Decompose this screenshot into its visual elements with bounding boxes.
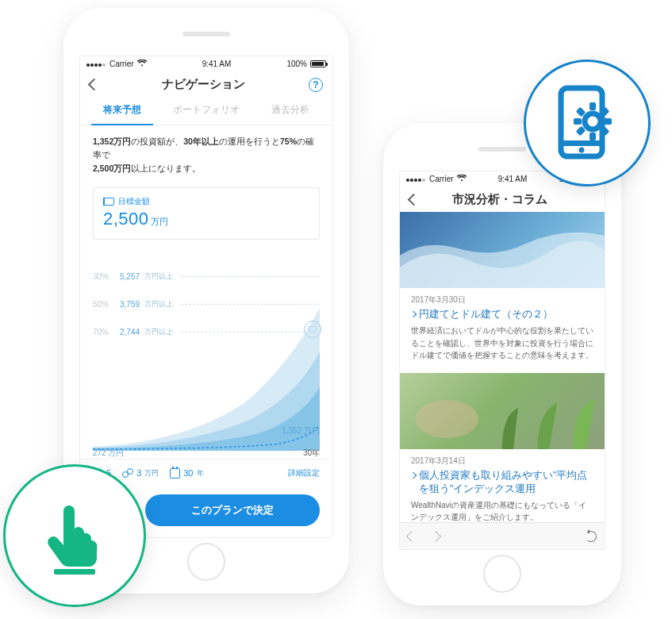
help-icon[interactable]: ? (309, 78, 323, 92)
target-amount-card: 目標金額 2,500万円 (93, 187, 320, 240)
article-desc: 世界経済においてドルが中心的な役割を果たしていることを確認し、世界中を対象に投資… (411, 325, 593, 362)
screen-right: Carrier 9:41 AM 100% 市況分析・コラム (399, 171, 605, 550)
setting-deposit[interactable]: 3 万円 (122, 468, 159, 479)
flag-icon (103, 198, 114, 206)
confirm-plan-button[interactable]: このプランで決定 (145, 494, 320, 526)
page-title: ナビゲーション (162, 77, 245, 92)
target-value: 2,500 (103, 209, 149, 229)
deposit-icon (122, 468, 133, 478)
chart-row-30: 30% 5,257 万円以上 (93, 271, 320, 282)
wifi-icon (457, 175, 467, 183)
toolbar-forward-icon[interactable] (430, 530, 441, 541)
detail-settings-link[interactable]: 詳細設定 (288, 467, 320, 479)
page-title: 市況分析・コラム (452, 192, 547, 207)
browser-toolbar (400, 522, 605, 549)
tabs: 将来予想 ポートフォリオ 過去分析 (80, 97, 332, 125)
svg-rect-6 (589, 102, 596, 110)
svg-rect-1 (54, 569, 95, 575)
svg-rect-3 (561, 140, 602, 146)
forecast-chart: 30% 5,257 万円以上 50% 3,759 万円以上 70% 2,744 … (93, 248, 320, 459)
chevron-right-icon (410, 471, 417, 478)
back-icon[interactable] (88, 79, 101, 91)
article-card: 2017年3月30日 円建てとドル建て（その２） 世界経済においてドルが中心的な… (400, 212, 605, 373)
svg-point-0 (416, 400, 478, 438)
article-list: 2017年3月30日 円建てとドル建て（その２） 世界経済においてドルが中心的な… (400, 212, 605, 522)
article-title-link[interactable]: 円建てとドル建て（その２） (411, 308, 593, 321)
battery-icon (310, 60, 326, 67)
back-icon[interactable] (408, 194, 420, 206)
touch-badge (3, 464, 146, 607)
carrier-label: Carrier (109, 60, 134, 68)
status-bar: Carrier 9:41 AM 100% (80, 56, 332, 71)
nav-header-right: 市況分析・コラム (400, 186, 605, 212)
chevron-right-icon (410, 311, 417, 317)
setting-term[interactable]: 30 年 (170, 468, 203, 479)
signal-dots-icon (86, 60, 106, 68)
article-desc: WealthNaviの資産運用の基礎にもなっている「インデックス運用」をご紹介し… (411, 499, 593, 523)
battery-label: 100% (286, 60, 307, 68)
svg-rect-8 (574, 118, 582, 125)
article-image (400, 212, 605, 288)
chart-x-start: 272 万円 (93, 448, 124, 459)
target-unit: 万円 (151, 217, 169, 226)
svg-point-4 (579, 148, 585, 153)
toolbar-back-icon[interactable] (406, 530, 417, 541)
screen-left: Carrier 9:41 AM 100% ナビゲーション ? 将来予想 ポートフ… (79, 56, 333, 538)
forecast-summary: 1,352万円の投資額が、30年以上の運用を行うと75%の確率で2,500万円以… (80, 125, 332, 184)
article-date: 2017年3月14日 (411, 456, 593, 467)
article-title-link[interactable]: 個人投資家も取り組みやすい"平均点を狙う"インデックス運用 (411, 469, 593, 496)
article-image (400, 373, 605, 449)
svg-rect-9 (604, 118, 612, 125)
clock-label: 9:41 AM (202, 60, 232, 68)
device-settings-badge (524, 60, 651, 186)
chart-x-labels: 272 万円 30年 (93, 448, 320, 459)
svg-rect-7 (589, 133, 596, 140)
calendar-icon (170, 468, 180, 479)
wifi-icon (137, 60, 147, 68)
carrier-label: Carrier (429, 175, 454, 183)
tab-forecast[interactable]: 将来予想 (80, 97, 164, 125)
tab-portfolio[interactable]: ポートフォリオ (164, 97, 248, 125)
article-card: 2017年3月14日 個人投資家も取り組みやすい"平均点を狙う"インデックス運用… (400, 373, 605, 523)
signal-dots-icon (406, 175, 426, 183)
article-date: 2017年3月30日 (411, 294, 593, 306)
toolbar-reload-icon[interactable] (586, 531, 597, 542)
chart-x-end: 30年 (303, 448, 320, 459)
phone-small: Carrier 9:41 AM 100% 市況分析・コラム (383, 123, 621, 606)
pointer-hand-icon (39, 496, 110, 575)
svg-point-5 (585, 113, 601, 129)
target-label: 目標金額 (118, 196, 150, 207)
clock-label: 9:41 AM (498, 175, 528, 183)
chart-end-value: 1,352 万円 (282, 425, 320, 436)
tab-history[interactable]: 過去分析 (248, 97, 332, 125)
nav-header: ナビゲーション ? (80, 71, 332, 97)
phone-gear-icon (550, 83, 624, 163)
